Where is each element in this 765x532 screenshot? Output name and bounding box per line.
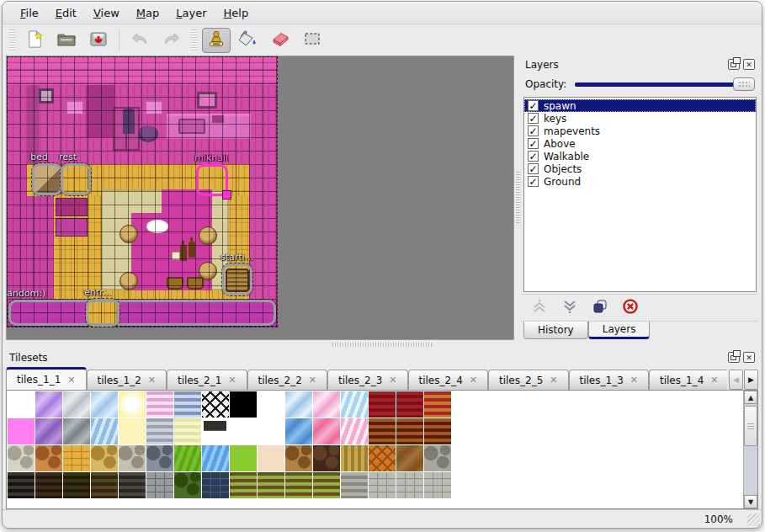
layer-row-Above[interactable]: ✓Above	[524, 137, 756, 150]
palette-tile[interactable]	[8, 445, 35, 471]
palette-tile[interactable]	[424, 418, 451, 444]
tab-close-icon[interactable]: ✕	[389, 375, 396, 386]
redo-button[interactable]	[157, 28, 186, 53]
palette-tile[interactable]	[119, 391, 146, 418]
menu-file[interactable]: File	[13, 4, 46, 22]
palette-scrollbar[interactable]: ▲ ▼	[743, 391, 757, 508]
save-button[interactable]	[84, 28, 113, 53]
palette-tile[interactable]	[202, 445, 229, 471]
duplicate-layer-button[interactable]	[591, 299, 609, 317]
palette-tile[interactable]	[396, 445, 423, 471]
palette-tile[interactable]	[424, 391, 451, 418]
palette-tile[interactable]	[174, 418, 201, 444]
palette-tile[interactable]	[424, 445, 451, 471]
close-icon[interactable]: ✕	[743, 59, 755, 70]
menu-map[interactable]: Map	[129, 4, 167, 22]
tileset-tab-tiles_1_1[interactable]: tiles_1_1✕	[6, 367, 87, 390]
tab-close-icon[interactable]: ✕	[228, 375, 236, 386]
palette-tile[interactable]	[91, 418, 118, 444]
layer-visibility-checkbox[interactable]: ✓	[528, 113, 539, 124]
map-view[interactable]: andom:)entr...bedrestmikhailstarti...	[6, 56, 514, 340]
map-object-start[interactable]	[222, 263, 252, 295]
palette-tile[interactable]	[258, 445, 284, 471]
opacity-slider-handle[interactable]	[733, 77, 755, 91]
tileset-tab-tiles_2_4[interactable]: tiles_2_4✕	[408, 370, 489, 390]
layer-visibility-checkbox[interactable]: ✓	[528, 163, 539, 174]
palette-tile[interactable]	[8, 391, 35, 418]
new-button[interactable]	[20, 28, 49, 53]
layer-row-keys[interactable]: ✓keys	[524, 112, 756, 125]
toolbar-handle[interactable]	[9, 29, 15, 51]
palette-tile[interactable]	[258, 391, 284, 418]
palette-tile[interactable]	[313, 418, 340, 444]
palette-tile[interactable]	[424, 472, 451, 498]
palette-tile[interactable]	[341, 472, 368, 498]
scrollbar-thumb[interactable]	[744, 406, 757, 446]
palette-tile[interactable]	[230, 418, 257, 444]
layer-visibility-checkbox[interactable]: ✓	[528, 138, 539, 149]
map-object-bed[interactable]	[32, 163, 62, 195]
menu-view[interactable]: View	[86, 4, 127, 22]
palette-tile[interactable]	[230, 445, 257, 471]
dock-tab-history[interactable]: History	[523, 322, 588, 339]
palette-tile[interactable]	[341, 445, 368, 471]
tab-close-icon[interactable]: ✕	[67, 375, 75, 386]
palette-tile[interactable]	[313, 391, 340, 418]
palette-tile[interactable]	[119, 472, 146, 498]
palette-tile[interactable]	[369, 418, 396, 444]
palette-tile[interactable]	[285, 445, 312, 471]
tileset-tab-tiles_2_5[interactable]: tiles_2_5✕	[488, 370, 569, 390]
tileset-tab-tiles_2_1[interactable]: tiles_2_1✕	[167, 370, 247, 390]
map-canvas[interactable]: andom:)entr...bedrestmikhailstarti...	[7, 56, 278, 327]
palette-tile[interactable]	[174, 445, 201, 471]
map-object-spawn-area[interactable]	[8, 300, 276, 326]
layer-visibility-checkbox[interactable]: ✓	[528, 176, 539, 187]
tab-close-icon[interactable]: ✕	[309, 375, 316, 386]
palette-tile[interactable]	[313, 445, 340, 471]
tab-close-icon[interactable]: ✕	[550, 375, 557, 386]
palette-tile[interactable]	[119, 445, 146, 471]
menu-layer[interactable]: Layer	[168, 4, 214, 22]
palette-tile[interactable]	[8, 472, 35, 498]
tileset-tab-tiles_1_4[interactable]: tiles_1_4✕	[649, 370, 727, 390]
layer-row-Objects[interactable]: ✓Objects	[524, 162, 756, 175]
stamp-brush-button[interactable]	[202, 28, 231, 53]
layer-row-spawn[interactable]: ✓spawn	[524, 99, 756, 112]
layer-row-Walkable[interactable]: ✓Walkable	[524, 150, 756, 162]
menu-help[interactable]: Help	[216, 4, 257, 22]
layer-visibility-checkbox[interactable]: ✓	[528, 151, 539, 162]
palette-tile[interactable]	[63, 391, 90, 418]
palette-tile[interactable]	[202, 418, 229, 444]
palette-tile[interactable]	[35, 418, 62, 444]
eraser-button[interactable]	[266, 28, 295, 53]
layer-visibility-checkbox[interactable]: ✓	[528, 125, 539, 136]
raise-layer-button[interactable]	[530, 299, 549, 317]
scroll-down-icon[interactable]: ▼	[744, 495, 757, 508]
palette-tile[interactable]	[369, 445, 396, 471]
palette-tile[interactable]	[35, 472, 62, 498]
tileset-tab-tiles_1_2[interactable]: tiles_1_2✕	[87, 370, 167, 390]
map-object-entrance[interactable]	[86, 299, 120, 327]
layer-row-Ground[interactable]: ✓Ground	[524, 175, 756, 188]
layer-visibility-checkbox[interactable]: ✓	[528, 100, 539, 111]
palette-tile[interactable]	[285, 418, 312, 444]
rect-select-button[interactable]	[298, 28, 327, 53]
palette-tile[interactable]	[35, 391, 62, 418]
tileset-tab-tiles_2_2[interactable]: tiles_2_2✕	[247, 370, 328, 390]
delete-layer-button[interactable]	[621, 299, 640, 317]
tile-palette[interactable]	[7, 391, 743, 508]
palette-tile[interactable]	[396, 418, 423, 444]
palette-tile[interactable]	[230, 472, 257, 498]
scroll-up-icon[interactable]: ▲	[744, 391, 757, 404]
tileset-tab-tiles_2_3[interactable]: tiles_2_3✕	[327, 370, 408, 390]
palette-tile[interactable]	[91, 391, 118, 418]
tab-scroll-right-icon[interactable]: ▶	[744, 370, 758, 390]
palette-tile[interactable]	[369, 391, 396, 418]
palette-tile[interactable]	[146, 445, 173, 471]
palette-tile[interactable]	[35, 445, 62, 471]
palette-tile[interactable]	[396, 391, 423, 418]
scrollbar-track[interactable]	[744, 446, 757, 495]
tab-close-icon[interactable]: ✕	[710, 375, 718, 386]
bucket-fill-button[interactable]	[234, 28, 263, 53]
palette-tile[interactable]	[202, 472, 229, 498]
